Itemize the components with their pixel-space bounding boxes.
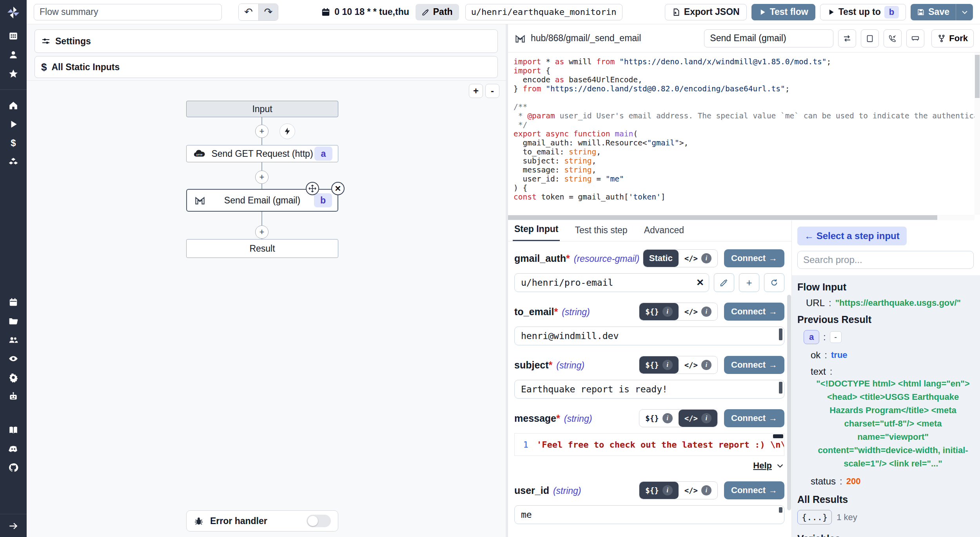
form-scrollbar[interactable]: [787, 295, 791, 510]
discord-icon[interactable]: [8, 443, 19, 454]
message-code-editor[interactable]: 1 'Feel free to check out the latest rep…: [514, 433, 784, 456]
svg-text:$: $: [11, 138, 16, 148]
add-step-button[interactable]: +: [255, 171, 269, 184]
runs-play-icon[interactable]: [8, 119, 19, 130]
schedules-calendar-icon[interactable]: [8, 297, 19, 308]
variables-heading: Variables: [797, 533, 974, 537]
mode-template[interactable]: ${} i: [639, 356, 678, 374]
mode-template[interactable]: ${} i: [639, 482, 678, 499]
flow-settings-button[interactable]: Settings: [34, 29, 498, 53]
mode-javascript[interactable]: </> i: [679, 410, 717, 427]
result-status-row[interactable]: status : 200: [811, 476, 974, 487]
all-static-inputs-label: All Static Inputs: [51, 62, 120, 73]
connect-button[interactable]: Connect→: [724, 303, 784, 321]
webhook-call-button[interactable]: [884, 29, 902, 47]
expand-sidebar-arrow-icon[interactable]: [8, 521, 19, 532]
windmill-logo-icon[interactable]: [5, 5, 21, 20]
connect-button[interactable]: Connect→: [724, 409, 784, 427]
edit-resource-button[interactable]: [714, 273, 734, 292]
fork-button[interactable]: Fork: [931, 29, 974, 47]
folders-icon[interactable]: [8, 316, 19, 327]
docs-book-icon[interactable]: [8, 425, 19, 435]
all-static-inputs-button[interactable]: $ All Static Inputs: [34, 56, 498, 78]
flow-path-value[interactable]: u/henri/earthquake_monitorin: [465, 4, 622, 20]
workspace-icon[interactable]: [8, 31, 19, 42]
user-icon[interactable]: [8, 49, 19, 60]
select-step-input-button[interactable]: ← Select a step input: [797, 227, 907, 245]
code-editor[interactable]: import * as wmill from "https://deno.lan…: [508, 53, 975, 215]
step-a-badge[interactable]: a: [804, 330, 819, 344]
search-prop-input[interactable]: [797, 251, 974, 269]
resize-grippy[interactable]: [779, 382, 782, 394]
test-up-to-button[interactable]: Test up to b: [820, 4, 906, 20]
variables-dollar-icon[interactable]: $: [8, 138, 19, 149]
flow-node-input[interactable]: Input: [186, 101, 338, 117]
info-icon: i: [701, 413, 711, 423]
home-icon[interactable]: [8, 100, 19, 111]
swap-sync-button[interactable]: [838, 29, 856, 47]
favorites-star-icon[interactable]: [8, 68, 19, 79]
undo-button[interactable]: ↶: [239, 4, 258, 20]
mode-javascript[interactable]: </> i: [679, 482, 717, 499]
resources-boxes-icon[interactable]: [8, 156, 19, 167]
help-link[interactable]: Help: [753, 461, 772, 471]
workers-robot-icon[interactable]: [8, 391, 19, 402]
input-mode-toggle: Static </> i: [643, 249, 718, 267]
expand-editor-button[interactable]: [861, 29, 879, 47]
result-ok-row[interactable]: ok : true: [811, 350, 974, 361]
schedule-display[interactable]: 0 10 18 * * tue,thu: [321, 7, 409, 17]
mode-javascript[interactable]: </> i: [679, 250, 717, 267]
save-button[interactable]: Save: [911, 4, 956, 20]
connect-button[interactable]: Connect→: [724, 481, 784, 499]
result-text-row[interactable]: text :: [811, 366, 974, 377]
save-dropdown-button[interactable]: [956, 4, 973, 20]
mode-javascript[interactable]: </> i: [679, 303, 717, 320]
result-text-value[interactable]: "<!DOCTYPE html> <html lang="en"> <head>…: [815, 377, 971, 470]
flow-input-url-row[interactable]: URL : "https://earthquake.usgs.gov/": [806, 298, 974, 308]
connect-button[interactable]: Connect→: [724, 249, 784, 267]
clear-resource-button[interactable]: ✕: [696, 277, 704, 288]
tab-advanced[interactable]: Advanced: [642, 220, 686, 241]
resize-grippy[interactable]: [779, 328, 782, 340]
github-icon[interactable]: [8, 462, 19, 473]
groups-icon[interactable]: [8, 334, 19, 345]
code-horizontal-scrollbar[interactable]: [508, 215, 975, 220]
add-step-button[interactable]: +: [255, 125, 269, 138]
redo-button[interactable]: ↷: [258, 4, 278, 20]
to-email-input[interactable]: [514, 327, 784, 345]
user-id-input[interactable]: [514, 505, 784, 524]
add-resource-button[interactable]: +: [739, 273, 759, 292]
diff-view-button[interactable]: [906, 29, 924, 47]
code-vertical-scrollbar[interactable]: [975, 53, 980, 215]
collapse-button[interactable]: -: [830, 331, 842, 343]
test-flow-button[interactable]: Test flow: [751, 4, 815, 20]
resize-grippy[interactable]: [779, 507, 782, 513]
flow-summary-input[interactable]: [34, 4, 222, 20]
tab-test-this-step[interactable]: Test this step: [573, 220, 629, 241]
square-icon: [866, 34, 874, 43]
add-step-button[interactable]: +: [255, 225, 269, 239]
mode-javascript[interactable]: </> i: [679, 356, 717, 374]
delete-step-button[interactable]: ✕: [331, 182, 345, 195]
resource-picker-input[interactable]: u/henri/pro-email ✕: [514, 273, 709, 292]
connect-button[interactable]: Connect→: [724, 356, 784, 374]
trigger-bolt-button[interactable]: [279, 123, 295, 139]
mode-template[interactable]: ${} i: [639, 303, 678, 320]
audit-eye-icon[interactable]: [8, 353, 19, 364]
export-json-button[interactable]: Export JSON: [665, 4, 747, 20]
move-step-button[interactable]: [306, 182, 319, 195]
zoom-out-button[interactable]: -: [485, 84, 499, 98]
path-button[interactable]: Path: [416, 4, 459, 20]
tab-step-input[interactable]: Step Input: [513, 219, 560, 241]
flow-node-result[interactable]: Result: [186, 239, 338, 258]
zoom-in-button[interactable]: +: [469, 84, 483, 98]
error-handler-toggle[interactable]: [307, 515, 331, 527]
mode-static[interactable]: Static: [643, 250, 679, 267]
refresh-resources-button[interactable]: [764, 273, 784, 292]
step-name-input[interactable]: [704, 29, 833, 47]
flow-node-get-request[interactable]: HTTP Send GET Request (http) a: [186, 145, 338, 162]
subject-input[interactable]: [514, 380, 784, 399]
mode-template[interactable]: ${} i: [639, 410, 678, 427]
settings-gear-icon[interactable]: [8, 372, 19, 383]
all-results-object-button[interactable]: {...}: [797, 510, 832, 524]
